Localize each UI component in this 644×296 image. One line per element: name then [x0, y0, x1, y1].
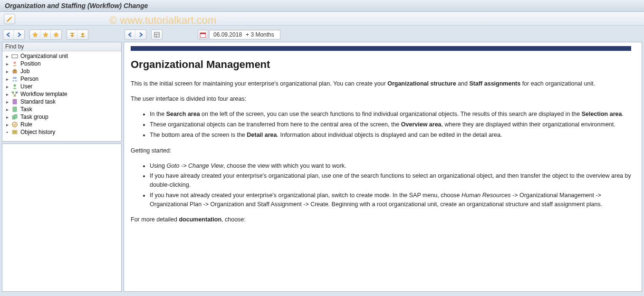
- svg-rect-14: [13, 99, 17, 104]
- date-display: 06.09.2018 + 3 Months: [209, 30, 280, 39]
- text: Human Resources: [461, 192, 511, 199]
- right-toolbar: 06.09.2018 + 3 Months: [124, 29, 642, 42]
- nav-back-button[interactable]: [3, 30, 14, 39]
- svg-rect-11: [12, 92, 14, 93]
- text: Goto -> Change View: [166, 162, 223, 169]
- layout-button[interactable]: [152, 30, 162, 39]
- tree-item-position[interactable]: ▸ Position: [2, 60, 121, 67]
- svg-rect-12: [16, 92, 18, 93]
- getting-started-label: Getting started:: [131, 146, 631, 155]
- tree-item-rule[interactable]: ▸ Rule: [2, 121, 121, 128]
- chevron-right-icon: ▸: [4, 61, 10, 67]
- find-by-panel: Find by ▸ Organizational unit ▸ Position…: [2, 42, 122, 142]
- tree-item-label: Job: [20, 68, 29, 75]
- left-pane: Find by ▸ Organizational unit ▸ Position…: [2, 29, 122, 292]
- list-item: Using Goto -> Change View, choose the vi…: [150, 162, 631, 171]
- tree-item-org-unit[interactable]: ▸ Organizational unit: [2, 52, 121, 60]
- svg-rect-17: [14, 115, 17, 118]
- text: Search area: [166, 111, 200, 117]
- text: The bottom area of the screen is the: [150, 132, 247, 138]
- tree-item-task[interactable]: ▸ Task: [2, 105, 121, 113]
- history-icon: [11, 129, 19, 135]
- svg-marker-3: [54, 32, 58, 37]
- tree-item-history[interactable]: • Object history: [2, 128, 121, 136]
- content-forward-button[interactable]: [135, 30, 146, 39]
- find-by-header: Find by: [2, 42, 121, 51]
- chevron-right-icon: ▸: [4, 115, 10, 120]
- getting-started-list: Using Goto -> Change View, choose the vi…: [142, 162, 631, 209]
- duration-value: + 3 Months: [246, 31, 274, 38]
- wand-button[interactable]: [4, 14, 15, 24]
- svg-rect-22: [200, 33, 206, 34]
- bookmark-button-3[interactable]: [51, 30, 61, 39]
- text: on the left of the screen, you can use t…: [200, 111, 582, 117]
- text: For more detailed: [131, 216, 179, 223]
- title-bar: Organization and Staffing (Workflow) Cha…: [0, 0, 644, 12]
- bookmark-button-2[interactable]: [40, 30, 51, 39]
- job-icon: [11, 68, 19, 75]
- bullet-icon: •: [4, 130, 10, 135]
- calendar-icon: [200, 31, 206, 38]
- areas-list: In the Search area on the left of the sc…: [142, 110, 631, 139]
- nav-forward-button[interactable]: [14, 30, 24, 39]
- text: , where they are displayed within their …: [442, 121, 615, 128]
- org-unit-icon: [11, 53, 19, 59]
- std-task-icon: [11, 98, 19, 105]
- star-icon: [32, 32, 38, 38]
- person-icon: [11, 76, 19, 82]
- task-icon: [11, 106, 19, 113]
- chevron-right-icon: ▸: [4, 99, 10, 105]
- arrow-right-icon: [138, 32, 144, 38]
- tree-item-label: Task group: [20, 114, 48, 120]
- tree-item-label: Standard task: [20, 98, 56, 105]
- tree-item-task-group[interactable]: ▸ Task group: [2, 113, 121, 121]
- expand-icon: [80, 32, 86, 38]
- text: Staff assignments: [469, 80, 520, 87]
- tree-item-label: User: [20, 83, 32, 90]
- bookmark-button-1[interactable]: [30, 30, 40, 39]
- svg-rect-19: [12, 130, 17, 134]
- wand-icon: [6, 16, 13, 22]
- text: Selection area: [582, 111, 622, 117]
- svg-rect-4: [12, 55, 18, 58]
- svg-point-8: [13, 77, 15, 79]
- text: Organizational structure: [387, 80, 456, 87]
- tree-item-person[interactable]: ▸ Person: [2, 75, 121, 83]
- chevron-right-icon: ▸: [4, 54, 10, 59]
- tree-item-job[interactable]: ▸ Job: [2, 67, 121, 75]
- text: These organizational objects can be tran…: [150, 121, 401, 128]
- content-back-button[interactable]: [125, 30, 135, 39]
- text: In the: [150, 111, 166, 117]
- svg-rect-20: [154, 32, 159, 37]
- selection-panel: [2, 143, 122, 292]
- layout-icon: [154, 32, 160, 38]
- collapse-button[interactable]: [67, 30, 77, 39]
- list-item: The bottom area of the screen is the Det…: [150, 131, 631, 140]
- arrow-left-icon: [127, 32, 133, 38]
- text: Detail area: [247, 132, 277, 138]
- main-area: Find by ▸ Organizational unit ▸ Position…: [0, 26, 644, 294]
- calendar-button[interactable]: [198, 30, 208, 39]
- left-toolbar: [2, 29, 122, 42]
- text: This is the initial screen for maintaini…: [131, 80, 387, 87]
- tree-item-workflow[interactable]: ▸ Workflow template: [2, 90, 121, 98]
- content-scroll[interactable]: Organizational Management This is the in…: [124, 42, 642, 291]
- chevron-right-icon: ▸: [4, 92, 10, 97]
- areas-intro: The user interface is divided into four …: [131, 95, 631, 103]
- expand-button[interactable]: [77, 30, 88, 39]
- svg-rect-15: [13, 107, 17, 112]
- svg-marker-1: [33, 32, 38, 37]
- text: Overview area: [401, 121, 442, 128]
- doc-paragraph: For more detailed documentation, choose:: [131, 215, 631, 224]
- tree-item-user[interactable]: ▸ User: [2, 83, 121, 90]
- list-item: These organizational objects can be tran…: [150, 120, 631, 129]
- tree-item-label: Organizational unit: [20, 53, 68, 59]
- date-value: 06.09.2018: [213, 31, 242, 38]
- arrow-left-icon: [6, 32, 11, 38]
- text: , choose:: [221, 216, 246, 223]
- text: , choose the view with which you want to…: [223, 162, 346, 169]
- tree-item-std-task[interactable]: ▸ Standard task: [2, 98, 121, 105]
- tree-item-label: Rule: [20, 121, 32, 128]
- svg-point-10: [14, 85, 16, 87]
- chevron-right-icon: ▸: [4, 84, 10, 89]
